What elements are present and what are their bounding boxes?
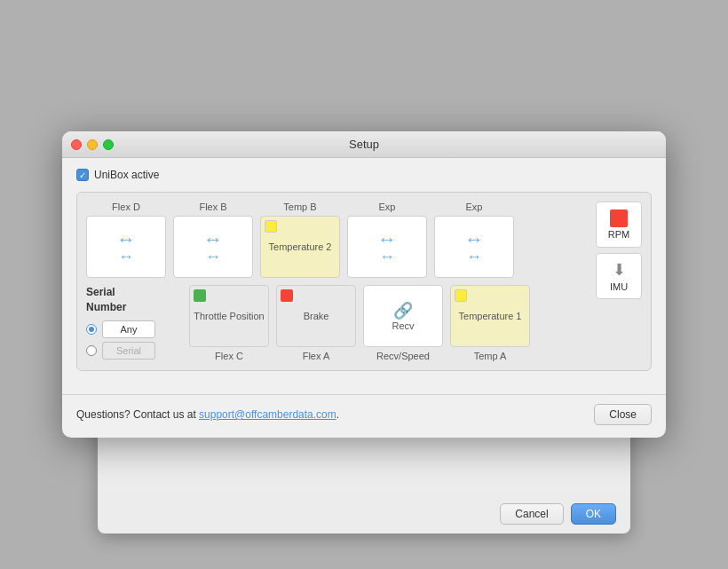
radio-serial-row: Serial	[86, 342, 175, 360]
flex-c-box[interactable]: Throttle Position	[189, 285, 269, 347]
close-traffic-light[interactable]	[71, 139, 82, 150]
support-suffix: .	[336, 408, 339, 421]
right-buttons: RPM ⬇ IMU	[596, 202, 642, 361]
exp-1-label: Exp	[379, 202, 396, 212]
desktop: Cancel OK Setup ✓ UniBox active	[0, 0, 728, 569]
radio-serial[interactable]	[86, 345, 97, 356]
radio-any-row: Any	[86, 320, 175, 338]
exp-2-label: Exp	[466, 202, 483, 212]
flex-c-text: Throttle Position	[194, 311, 264, 321]
support-link[interactable]: support@offcamberdata.com	[199, 408, 336, 421]
temp-b-text: Temperature 2	[269, 241, 332, 252]
traffic-lights	[71, 139, 114, 150]
rpm-button[interactable]: RPM	[596, 202, 642, 248]
dialog-title: Setup	[349, 138, 379, 151]
recv-box[interactable]: 🔗 Recv	[363, 285, 443, 347]
bottom-sensors: Throttle Position Flex C Brake Fle	[189, 285, 530, 361]
exp-1-box[interactable]: ↔ ↔	[347, 216, 427, 278]
imu-icon: ⬇	[613, 260, 626, 280]
temp-b-label: Temp B	[283, 202, 316, 212]
sensor-temp-b: Temp B Temperature 2	[260, 202, 340, 278]
top-sensor-row: Flex D ↔ ↔ Flex B ↔ ↔	[86, 202, 589, 278]
recv-icon: 🔗	[393, 301, 413, 320]
serial-title-line2: Number	[86, 300, 175, 315]
dialog-footer: Questions? Contact us at support@offcamb…	[62, 394, 666, 438]
radio-any[interactable]	[86, 324, 97, 335]
serial-options: Any Serial	[86, 320, 175, 360]
flex-b-label: Flex B	[199, 202, 226, 212]
flex-b-box[interactable]: ↔ ↔	[173, 216, 253, 278]
sensor-flex-b: Flex B ↔ ↔	[173, 202, 253, 278]
minimize-traffic-light[interactable]	[87, 139, 98, 150]
ok-button[interactable]: OK	[571, 503, 616, 525]
flex-c-indicator	[194, 289, 206, 302]
unibox-label: UniBox active	[94, 169, 159, 181]
temp-b-indicator	[265, 220, 277, 233]
temp-a-indicator	[455, 289, 467, 302]
serial-input[interactable]: Serial	[102, 342, 155, 360]
support-text: Questions? Contact us at support@offcamb…	[76, 408, 339, 421]
flex-d-label: Flex D	[112, 202, 140, 212]
sensors-container: Flex D ↔ ↔ Flex B ↔ ↔	[76, 192, 652, 371]
recv-text: Recv	[392, 320, 414, 331]
serial-section: Serial Number Any	[86, 285, 175, 360]
rpm-indicator	[610, 209, 628, 227]
imu-button[interactable]: ⬇ IMU	[596, 253, 642, 299]
sensor-exp-2: Exp ↔ ↔	[434, 202, 514, 278]
exp-1-icon2: ↔	[379, 248, 395, 266]
flex-a-label: Flex A	[303, 351, 330, 361]
exp-2-box[interactable]: ↔ ↔	[434, 216, 514, 278]
serial-title-line1: Serial	[86, 285, 175, 300]
sensor-flex-d: Flex D ↔ ↔	[86, 202, 166, 278]
temp-a-box[interactable]: Temperature 1	[450, 285, 530, 347]
support-prefix: Questions? Contact us at	[76, 408, 199, 421]
sensor-exp-1: Exp ↔ ↔	[347, 202, 427, 278]
dialog-titlebar: Setup	[62, 131, 666, 158]
flex-d-box[interactable]: ↔ ↔	[86, 216, 166, 278]
sensor-temp-a: Temperature 1 Temp A	[450, 285, 530, 361]
setup-dialog: Setup ✓ UniBox active Flex D	[62, 131, 666, 438]
radio-any-dot	[89, 327, 94, 332]
imu-label: IMU	[610, 281, 628, 292]
recv-label: Recv/Speed	[376, 351, 430, 361]
temp-b-box[interactable]: Temperature 2	[260, 216, 340, 278]
sensor-flex-a: Brake Flex A	[276, 285, 356, 361]
maximize-traffic-light[interactable]	[103, 139, 114, 150]
bottom-row: Serial Number Any	[86, 285, 589, 361]
flex-a-text: Brake	[304, 311, 329, 321]
unibox-row: ✓ UniBox active	[76, 169, 652, 181]
temp-a-label: Temp A	[474, 351, 507, 361]
flex-a-indicator	[281, 289, 293, 302]
rpm-label: RPM	[608, 229, 629, 240]
sensor-recv-speed: 🔗 Recv Recv/Speed	[363, 285, 443, 361]
dialog-body: ✓ UniBox active Flex D ↔ ↔	[62, 158, 666, 394]
any-input[interactable]: Any	[102, 320, 155, 338]
flex-b-icon2: ↔	[205, 248, 221, 266]
unibox-checkbox[interactable]: ✓	[76, 169, 89, 181]
flex-d-icon2: ↔	[118, 248, 134, 266]
cancel-button[interactable]: Cancel	[500, 503, 563, 525]
sensor-flex-c: Throttle Position Flex C	[189, 285, 269, 361]
close-button[interactable]: Close	[594, 404, 652, 425]
flex-a-box[interactable]: Brake	[276, 285, 356, 347]
sensors-main: Flex D ↔ ↔ Flex B ↔ ↔	[86, 202, 589, 361]
temp-a-text: Temperature 1	[459, 311, 522, 321]
flex-c-label: Flex C	[215, 351, 243, 361]
exp-2-icon2: ↔	[466, 248, 482, 266]
